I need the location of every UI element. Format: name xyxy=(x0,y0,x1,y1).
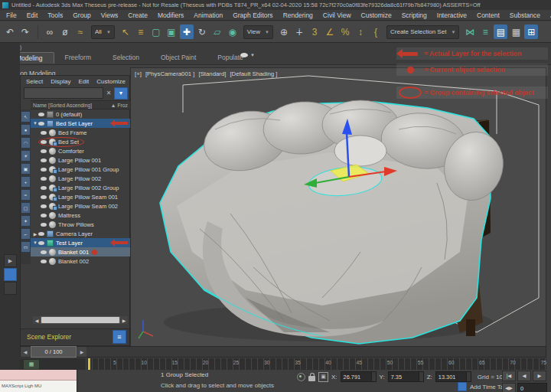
visibility-eye-icon[interactable] xyxy=(41,186,47,190)
ribbon-tab-freeform[interactable]: Freeform xyxy=(54,52,102,63)
row-large-pillow-001[interactable]: Large Pillow 001 xyxy=(31,155,130,165)
row-blanket-002[interactable]: Blanket 002 xyxy=(31,256,130,266)
select-and-rotate-icon[interactable]: ↻ xyxy=(195,24,209,39)
menu-item[interactable]: Scripting xyxy=(402,11,427,19)
visibility-eye-icon[interactable] xyxy=(41,214,47,217)
visibility-eye-icon[interactable] xyxy=(41,158,47,162)
visibility-eye-icon[interactable] xyxy=(38,113,44,116)
named-selection-set-dropdown[interactable]: Create Selection Set▼ xyxy=(384,25,461,39)
percent-snap-icon[interactable]: % xyxy=(338,24,352,39)
mirror-icon[interactable]: ⋈ xyxy=(463,24,477,39)
expand-panel-arrow-button[interactable]: ▶ xyxy=(4,254,17,267)
explorer-menu-item[interactable]: Edit xyxy=(78,78,89,85)
frozen-column-header[interactable]: ▲ Froz xyxy=(111,103,128,108)
horizontal-scrollbar[interactable]: ◀ ▶ xyxy=(33,316,128,324)
explorer-select-icon[interactable]: ↖ xyxy=(21,111,31,122)
macro-recorder-pane[interactable] xyxy=(0,370,77,381)
viewport-label-segment[interactable]: [Default Shading ] xyxy=(230,70,277,77)
select-and-manipulate-icon[interactable]: ∔ xyxy=(292,24,306,39)
visibility-eye-icon[interactable] xyxy=(41,260,47,263)
display-lights-icon[interactable]: ☀ xyxy=(21,150,31,162)
menu-item[interactable]: Interactive xyxy=(437,11,467,19)
y-coordinate-field[interactable]: 7.35 xyxy=(388,371,424,382)
redo-icon[interactable]: ↷ xyxy=(18,24,32,39)
display-cameras-icon[interactable]: ▣ xyxy=(21,163,31,175)
display-spacewarps-icon[interactable]: ≈ xyxy=(21,189,31,201)
explorer-menu-item[interactable]: Select xyxy=(26,78,43,85)
play-button[interactable]: ▶ xyxy=(533,371,546,381)
select-and-move-icon[interactable]: ✚ xyxy=(180,24,194,39)
menu-item[interactable]: Create xyxy=(128,11,148,19)
selection-lock-icon[interactable] xyxy=(308,376,315,381)
rectangular-selection-region-icon[interactable]: ▢ xyxy=(149,24,163,39)
menu-item[interactable]: Rendering xyxy=(283,11,313,19)
window-crossing-icon[interactable]: ▣ xyxy=(165,24,178,39)
row-camera-layer[interactable]: ▶ Camera Layer xyxy=(31,229,130,238)
align-icon[interactable]: ≡ xyxy=(478,24,492,39)
time-back-icon[interactable]: ◀ xyxy=(21,347,30,357)
menu-item[interactable]: File xyxy=(6,11,17,19)
scroll-left-icon[interactable]: ◀ xyxy=(33,316,41,324)
scrollbar-thumb[interactable] xyxy=(41,317,119,323)
menu-item[interactable]: Views xyxy=(101,11,119,19)
column-header-row[interactable]: Name [Sorted Ascending] ▲ Froz xyxy=(31,100,130,109)
ribbon-tab-object-paint[interactable]: Object Paint xyxy=(150,52,207,63)
absolute-mode-icon[interactable]: ▣ xyxy=(318,372,328,382)
select-and-place-icon[interactable]: ◉ xyxy=(226,24,240,39)
expand-closed-icon[interactable]: ▶ xyxy=(32,231,38,237)
track-ruler[interactable]: 51015202530354045505560657075 xyxy=(86,358,546,370)
use-pivot-point-center-icon[interactable]: ⊕ xyxy=(277,24,291,39)
visibility-eye-icon[interactable] xyxy=(41,149,47,153)
docked-explorer-button[interactable] xyxy=(4,268,17,281)
visibility-eye-icon[interactable] xyxy=(41,168,47,172)
track-bar[interactable]: ▦ 51015202530354045505560657075 xyxy=(20,358,546,371)
expand-open-icon[interactable]: ▼ xyxy=(32,240,38,245)
row-mattress[interactable]: Mattress xyxy=(31,211,130,220)
angle-snap-icon[interactable]: ∠ xyxy=(323,24,337,39)
row-bed-set-layer[interactable]: ▼ Bed Set Layer xyxy=(31,119,130,128)
z-coordinate-field[interactable]: 13.301 xyxy=(435,371,471,382)
row-0-default[interactable]: 0 (default) xyxy=(31,109,130,119)
perspective-viewport[interactable]: [+][PhysCamera001 ][Standard][Default Sh… xyxy=(130,67,546,349)
visibility-eye-icon[interactable] xyxy=(41,177,47,181)
menu-item[interactable]: Content xyxy=(477,11,500,19)
bind-to-space-warp-icon[interactable]: ≈ xyxy=(73,24,87,39)
row-large-pillow-seam-002[interactable]: Large Pillow Seam 002 xyxy=(31,201,130,211)
select-and-scale-icon[interactable]: ▱ xyxy=(210,24,224,39)
menu-item[interactable]: Customize xyxy=(361,11,392,19)
name-column-header[interactable]: Name [Sorted Ascending] xyxy=(33,103,92,108)
menu-item[interactable]: Graph Editors xyxy=(233,11,272,19)
visibility-eye-icon[interactable] xyxy=(41,250,47,254)
scroll-right-icon[interactable]: ▶ xyxy=(120,316,128,324)
display-geometry-icon[interactable]: ● xyxy=(21,124,31,136)
spinner-snap-icon[interactable]: ↕ xyxy=(354,24,367,39)
edit-named-selection-sets-icon[interactable]: { xyxy=(369,24,383,39)
filter-funnel-icon[interactable]: ▼ xyxy=(114,87,128,100)
time-slider-handle[interactable]: 0 / 100 xyxy=(31,346,77,358)
maxscript-mini-listener[interactable]: MAXScript Ligh MU xyxy=(0,370,77,392)
explorer-menu-item[interactable]: Customize xyxy=(96,78,126,85)
visibility-eye-icon[interactable] xyxy=(38,122,44,126)
explorer-window-menu-button[interactable]: ≡ xyxy=(112,330,126,344)
menu-item[interactable]: Substance xyxy=(510,11,540,19)
explorer-menu-item[interactable]: Display xyxy=(51,78,70,85)
snaps-toggle-icon[interactable]: 3 xyxy=(308,24,321,39)
viewport-label-segment[interactable]: [PhysCamera001 ] xyxy=(145,70,195,77)
display-bones-icon[interactable]: ⌐ xyxy=(21,228,31,240)
current-frame-field[interactable]: 0 xyxy=(517,383,547,392)
render-setup-icon[interactable]: ⊞ xyxy=(524,24,538,39)
key-mode-toggle-button[interactable]: ◀▶ xyxy=(502,383,516,392)
toggle-scene-explorer-icon[interactable]: ▤ xyxy=(494,24,507,39)
viewport-label-segment[interactable]: [Standard] xyxy=(198,70,226,77)
select-and-link-icon[interactable]: ∞ xyxy=(43,24,57,39)
time-slider[interactable]: ◀ 0 / 100 ▶ xyxy=(20,346,546,358)
select-object-icon[interactable]: ↖ xyxy=(119,24,132,39)
visibility-eye-icon[interactable] xyxy=(41,223,47,227)
toggle-layer-explorer-icon[interactable]: ▦ xyxy=(509,24,523,39)
add-time-tag[interactable]: Add Time Tag xyxy=(458,382,507,391)
visibility-eye-icon[interactable] xyxy=(38,232,44,236)
undo-icon[interactable]: ↶ xyxy=(3,24,17,39)
display-shapes-icon[interactable]: ◠ xyxy=(21,137,31,149)
unlink-selection-icon[interactable]: ø xyxy=(58,24,72,39)
expand-open-icon[interactable]: ▼ xyxy=(32,121,38,126)
